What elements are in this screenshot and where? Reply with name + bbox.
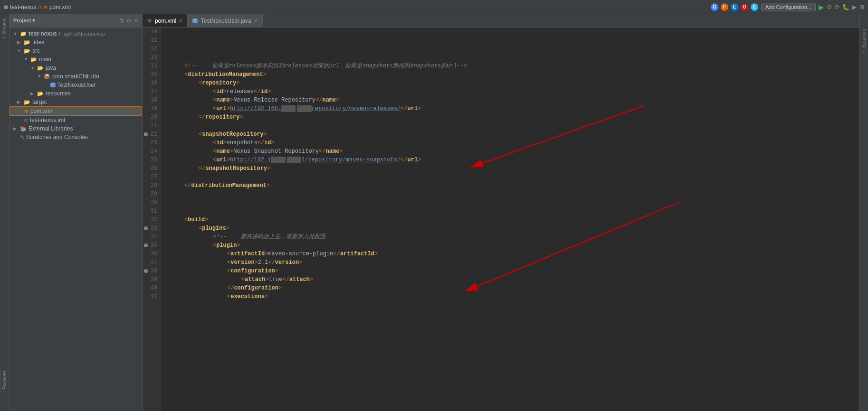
line-31: 31 (143, 207, 160, 215)
file-name: pom.xml (49, 4, 71, 10)
line-33: 33 (143, 224, 160, 233)
code-line-12 (165, 45, 855, 53)
project-panel-header: Project ▾ ⇅ ⚙ ✕ (10, 14, 142, 28)
line-29: 29 (143, 190, 160, 198)
main-layout: 1: Project Project ▾ ⇅ ⚙ ✕ ▼ 📁 test-nexu… (0, 14, 868, 411)
dto-label: com.sharkChili.dto (52, 73, 99, 80)
line-38: 38 (143, 267, 160, 275)
extlibs-label: External Libraries (29, 125, 73, 132)
testnexususer-label: TestNexusUser (57, 82, 96, 88)
edge-icon[interactable]: E (731, 3, 738, 11)
tree-item-main[interactable]: ▼ 📂 main (10, 55, 142, 64)
code-line-25: <url>http://192.i████1/repository/maven-… (165, 156, 855, 164)
tab-xml-icon: m (147, 18, 152, 23)
resources-folder-icon: 📂 (37, 91, 44, 97)
code-line-11 (165, 36, 855, 45)
code-line-26: </snapshotRepository> (165, 164, 855, 173)
scratches-icon: ✎ (20, 134, 24, 140)
tab-testnexususer[interactable]: C TestNexusUser.java ✕ (188, 14, 263, 27)
code-line-40: </configuration> (165, 284, 855, 292)
code-line-23: <id>snapshots</id> (165, 139, 855, 147)
add-config-button[interactable]: Add Configuration... (761, 3, 816, 11)
line-41: 41 (143, 292, 160, 301)
line-32: 32 (143, 215, 160, 224)
opera-icon[interactable]: O (741, 3, 748, 11)
left-strip: 1: Project (0, 14, 10, 411)
code-line-13 (165, 53, 855, 62)
debug-icon[interactable]: 🐛 (842, 4, 849, 10)
ie-icon[interactable]: E (751, 3, 758, 11)
project-title: ◼ test-nexus // m pom.xml (4, 4, 71, 10)
main-label: main (39, 56, 51, 63)
code-line-20: </repository> (165, 113, 855, 121)
scratches-label: Scratches and Consoles (26, 134, 88, 140)
tree-item-extlibs[interactable]: ▶ 📚 External Libraries (10, 124, 142, 133)
line-13: 13 (143, 53, 160, 62)
xml-icon-top: m (43, 4, 48, 9)
tree-item-dto[interactable]: ▼ 📦 com.sharkChili.dto (10, 72, 142, 81)
line-18: 18 (143, 96, 160, 104)
run-icon[interactable]: ▶ (819, 3, 824, 11)
code-line-22: <snapshotRepository> (165, 130, 855, 139)
settings-icon[interactable]: ⚙ (126, 18, 132, 24)
chrome-icon[interactable]: G (711, 3, 718, 11)
code-line-29 (165, 190, 855, 198)
line-26: 26 (143, 164, 160, 173)
code-editor[interactable]: <!-- 如果是releases版本则传到releases对应的url，如果是s… (161, 28, 859, 411)
line-17: 17 (143, 87, 160, 96)
line-11: 11 (143, 36, 160, 45)
chevron-right-icon: ▶ (13, 126, 18, 131)
tree-item-iml[interactable]: ▶ ⚙ test-nexus.iml (10, 116, 142, 124)
tree-item-src[interactable]: ▼ 📂 src (10, 47, 142, 55)
java-label: java (46, 65, 56, 71)
src-label: src (32, 47, 40, 54)
tree-item-java[interactable]: ▼ 📂 java (10, 64, 142, 72)
tree-item-resources[interactable]: ▶ 📂 resources (10, 89, 142, 98)
code-line-33: <plugins> (165, 224, 855, 233)
firefox-icon[interactable]: F (721, 3, 728, 11)
code-line-28: </distributionManagement> (165, 181, 855, 190)
reload-icon[interactable]: ⟳ (835, 4, 839, 10)
package-icon: 📦 (44, 74, 50, 80)
tree-item-scratches[interactable]: ▶ ✎ Scratches and Consoles (10, 133, 142, 141)
code-line-35: <plugin> (165, 241, 855, 250)
build-icon[interactable]: ⚙ (827, 4, 832, 10)
tree-item-pomxml[interactable]: ▶ m pom.xml (10, 106, 142, 116)
line-16: 16 (143, 79, 160, 87)
header-icons: ⇅ ⚙ ✕ (120, 18, 138, 24)
extlibs-icon: 📚 (20, 126, 27, 132)
pomxml-label: pom.xml (30, 108, 52, 114)
layout-icon[interactable]: ⊞ (859, 4, 864, 10)
tree-item-testnexususer[interactable]: ▶ C TestNexusUser (10, 81, 142, 89)
tree-item-target[interactable]: ▶ 📂 target (10, 98, 142, 106)
line-30: 30 (143, 198, 160, 207)
chevron-right-icon: ▶ (30, 91, 35, 96)
code-line-16: <repository> (165, 79, 855, 87)
sort-icon[interactable]: ⇅ (120, 18, 124, 24)
run2-icon[interactable]: ▶ (852, 4, 857, 10)
tab-java-label: TestNexusUser.java (201, 18, 251, 24)
chevron-right-icon: ▶ (17, 100, 22, 104)
chevron-down-icon: ▼ (37, 74, 42, 79)
tab-pomxml-close[interactable]: ✕ (179, 18, 182, 23)
close-panel-icon[interactable]: ✕ (134, 18, 138, 24)
java-class-icon: C (50, 83, 56, 87)
iml-icon: ⚙ (24, 118, 28, 123)
tree-item-idea[interactable]: ▶ 📂 .idea (10, 38, 142, 47)
root-path: F:\github\test-nexus (59, 31, 105, 37)
favorites-label[interactable]: Favorites (0, 368, 9, 392)
iml-label: test-nexus.iml (30, 117, 65, 123)
tab-pomxml[interactable]: m pom.xml ✕ (143, 14, 188, 27)
line-19: 19 (143, 104, 160, 113)
line-25: 25 (143, 156, 160, 164)
line-27: 27 (143, 173, 160, 181)
tree-root[interactable]: ▼ 📁 test-nexus F:\github\test-nexus (10, 29, 142, 38)
code-line-36: <artifactId>maven-source-plugin</artifac… (165, 250, 855, 258)
line-21: 21 (143, 121, 160, 130)
comment-text: <!-- 如果是 (184, 63, 229, 69)
browser-icons: G F E O E (711, 3, 758, 11)
structure-label[interactable]: 7: Structure (861, 28, 867, 53)
tab-java-close[interactable]: ✕ (254, 18, 258, 23)
code-line-32: <build> (165, 215, 855, 224)
project-panel-label[interactable]: 1: Project (2, 19, 7, 39)
